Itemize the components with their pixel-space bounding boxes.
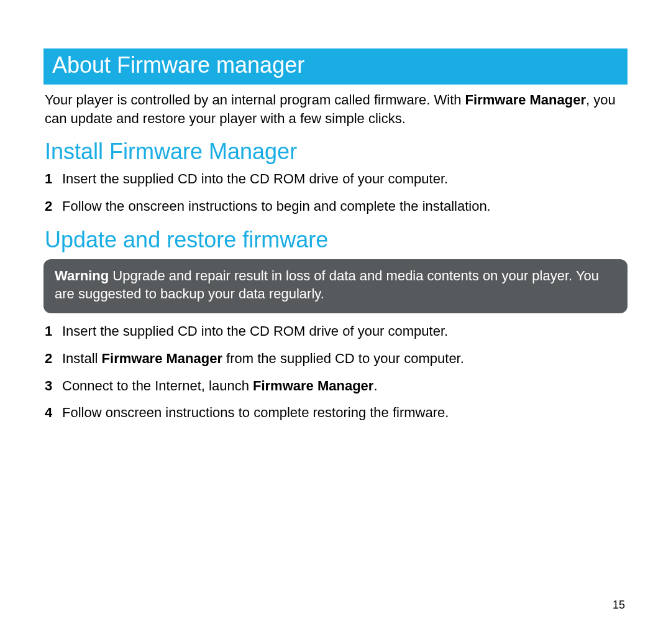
step-text: Insert the supplied CD into the CD ROM d… bbox=[62, 170, 448, 188]
step-text-pre: Install bbox=[62, 351, 102, 366]
step-text-pre: Insert the supplied CD into the CD ROM d… bbox=[62, 323, 448, 339]
section-heading-update: Update and restore firmware bbox=[45, 227, 626, 253]
step-text: Follow the onscreen instructions to begi… bbox=[62, 197, 491, 216]
warning-label: Warning bbox=[55, 268, 109, 283]
list-item: 1 Insert the supplied CD into the CD ROM… bbox=[45, 170, 626, 188]
step-text-bold: Firmware Manager bbox=[253, 378, 373, 393]
step-text: Install Firmware Manager from the suppli… bbox=[62, 349, 464, 368]
step-number: 4 bbox=[45, 403, 58, 422]
intro-text-pre: Your player is controlled by an internal… bbox=[45, 92, 465, 108]
document-page: About Firmware manager Your player is co… bbox=[0, 0, 671, 422]
update-steps: 1 Insert the supplied CD into the CD ROM… bbox=[45, 322, 626, 422]
install-steps: 1 Insert the supplied CD into the CD ROM… bbox=[45, 170, 626, 215]
step-text: Insert the supplied CD into the CD ROM d… bbox=[62, 322, 448, 341]
list-item: 2 Follow the onscreen instructions to be… bbox=[45, 197, 626, 216]
step-text-pre: Follow onscreen instructions to complete… bbox=[62, 405, 449, 420]
step-number: 1 bbox=[45, 170, 58, 188]
warning-text: Upgrade and repair result in loss of dat… bbox=[55, 268, 599, 302]
intro-paragraph: Your player is controlled by an internal… bbox=[45, 91, 626, 127]
page-number: 15 bbox=[613, 599, 625, 612]
list-item: 4 Follow onscreen instructions to comple… bbox=[45, 403, 626, 422]
step-number: 2 bbox=[45, 197, 58, 216]
list-item: 2 Install Firmware Manager from the supp… bbox=[45, 349, 626, 368]
step-text-post: from the supplied CD to your computer. bbox=[222, 351, 464, 366]
intro-text-bold: Firmware Manager bbox=[465, 92, 586, 108]
step-text-pre: Connect to the Internet, launch bbox=[62, 378, 253, 393]
page-title-bar: About Firmware manager bbox=[43, 48, 628, 85]
step-text: Follow onscreen instructions to complete… bbox=[62, 403, 449, 422]
warning-box: Warning Upgrade and repair result in los… bbox=[43, 259, 628, 313]
list-item: 1 Insert the supplied CD into the CD ROM… bbox=[45, 322, 626, 341]
list-item: 3 Connect to the Internet, launch Firmwa… bbox=[45, 377, 626, 395]
page-title: About Firmware manager bbox=[52, 52, 304, 78]
step-number: 1 bbox=[45, 322, 58, 341]
step-text: Connect to the Internet, launch Firmware… bbox=[62, 377, 378, 395]
step-number: 2 bbox=[45, 349, 58, 368]
step-text-bold: Firmware Manager bbox=[102, 351, 222, 366]
section-heading-install: Install Firmware Manager bbox=[45, 139, 626, 165]
step-text-post: . bbox=[373, 378, 377, 393]
step-number: 3 bbox=[45, 377, 58, 395]
